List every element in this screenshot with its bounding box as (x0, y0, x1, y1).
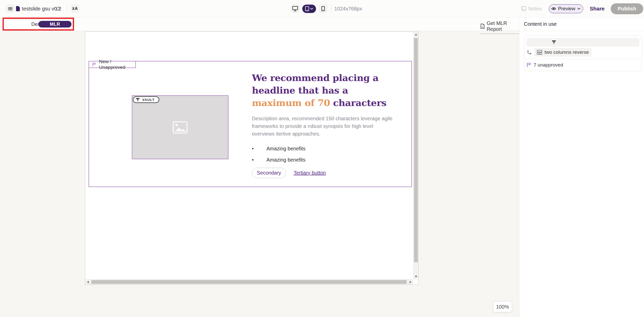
headline-lead: We recommend placing a headline that has… (252, 72, 379, 96)
cta-row: Secondary Tertiary button (252, 168, 401, 178)
two-columns-layout-icon (537, 50, 542, 55)
benefit-list: • Amazing benefits • Amazing benefits (252, 145, 401, 163)
vault-logo-icon (136, 98, 140, 101)
status-badge[interactable]: New / Unapproved (89, 61, 136, 68)
nested-arrow-icon (526, 49, 532, 55)
content-in-use-panel: Content in use (519, 17, 644, 317)
list-item: • Amazing benefits (252, 145, 401, 152)
translate-icon: x̄A (72, 6, 78, 11)
sidebar-title: Content in use (519, 17, 644, 31)
flag-icon (526, 62, 531, 68)
header-divider (331, 4, 331, 13)
header-actions: Notes Preview Share Publish (521, 0, 644, 17)
image-icon (173, 121, 188, 134)
image-placeholder[interactable]: VAULT (132, 95, 228, 159)
pdf-file-icon (480, 23, 485, 29)
vault-source-badge: VAULT (133, 96, 159, 103)
component-chip[interactable]: two columns reverse (534, 48, 592, 57)
get-mlr-report-label: Get MLR Report (487, 20, 519, 32)
scroll-left-arrow[interactable] (87, 281, 89, 283)
bullet-glyph: • (252, 145, 266, 152)
get-mlr-report-link[interactable]: Get MLR Report (480, 20, 519, 34)
eye-icon (551, 7, 556, 10)
flag-icon (92, 62, 96, 67)
resolution-label: 1024x768px (334, 6, 362, 12)
hamburger-menu-button[interactable] (6, 4, 15, 13)
status-badge-label: New / Unapproved (99, 59, 132, 70)
notes-label: Notes (528, 6, 541, 12)
vertical-scrollbar-thumb[interactable] (414, 38, 418, 262)
component-name-label: two columns reverse (545, 49, 589, 55)
translate-button[interactable]: x̄A (70, 4, 80, 13)
design-mlr-toggle: Design MLR (5, 20, 73, 29)
chevron-down-icon (577, 8, 580, 10)
unapproved-count-label: 7 unapproved (534, 62, 563, 68)
zoom-level-indicator[interactable]: 100% (493, 301, 512, 312)
app-root: testslide gsu v0.2 ☆ x̄A (0, 0, 644, 317)
slide-headline: We recommend placing a headline that has… (252, 72, 401, 109)
component-row: two columns reverse (526, 48, 639, 57)
brand-source-chip[interactable] (526, 38, 639, 47)
horizontal-scrollbar-thumb[interactable] (91, 280, 407, 284)
document-icon (16, 6, 20, 11)
phone-icon (321, 6, 325, 11)
tablet-device-button-selected[interactable] (302, 5, 316, 13)
tablet-icon (305, 6, 309, 11)
publish-button-disabled[interactable]: Publish (611, 3, 643, 14)
scroll-right-arrow[interactable] (410, 281, 411, 283)
tertiary-button-link[interactable]: Tertiary button (294, 170, 326, 176)
list-item-label: Amazing benefits (266, 145, 305, 152)
content-card: two columns reverse 7 unapproved (524, 35, 642, 71)
notes-button-disabled[interactable]: Notes (521, 6, 541, 12)
vault-badge-label: VAULT (142, 98, 155, 102)
monitor-icon (292, 6, 298, 11)
headline-emphasis: maximum of 70 (252, 97, 330, 108)
list-item: • Amazing benefits (252, 156, 401, 163)
slide-text-column: We recommend placing a headline that has… (252, 72, 401, 178)
slide-frame: New / Unapproved VAULT (89, 61, 412, 187)
list-item-label: Amazing benefits (266, 156, 305, 163)
notes-icon (521, 6, 526, 11)
unapproved-status-row[interactable]: 7 unapproved (524, 59, 642, 71)
share-button[interactable]: Share (590, 6, 605, 12)
tab-mlr-selected[interactable]: MLR (38, 21, 71, 28)
favorite-star-icon[interactable]: ☆ (55, 0, 61, 17)
preview-button[interactable]: Preview (549, 4, 583, 13)
editor-canvas: New / Unapproved VAULT (85, 32, 419, 285)
top-header: testslide gsu v0.2 ☆ x̄A (0, 0, 644, 17)
hamburger-icon (8, 7, 12, 11)
preview-label: Preview (558, 6, 575, 11)
header-divider (67, 4, 67, 13)
scroll-up-arrow[interactable] (415, 34, 417, 35)
secondary-button[interactable]: Secondary (252, 168, 286, 178)
bullet-glyph: • (252, 156, 266, 163)
horizontal-scrollbar[interactable] (85, 279, 413, 284)
device-preview-switcher: 1024x768px (291, 0, 362, 17)
headline-tail: characters (330, 97, 386, 108)
mobile-device-button[interactable] (319, 4, 327, 13)
chevron-down-icon (310, 8, 313, 10)
mode-toolbar: Design MLR Get MLR Report (0, 17, 519, 31)
desktop-device-button[interactable] (291, 4, 299, 13)
scroll-down-arrow[interactable] (415, 276, 417, 278)
slide-description: Description area, recommended 150 charac… (252, 115, 394, 138)
vertical-scrollbar[interactable] (413, 32, 418, 279)
vault-logo-icon (552, 41, 556, 44)
